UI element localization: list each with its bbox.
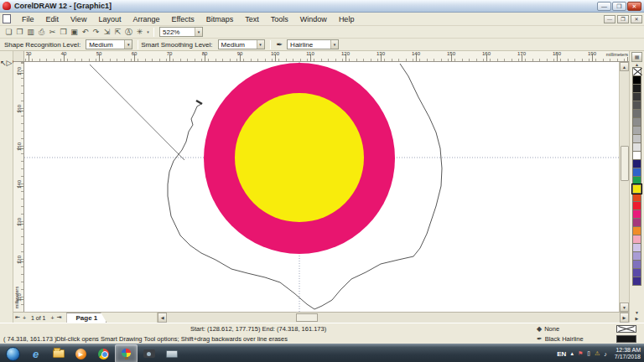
volume-icon[interactable]: ♪	[604, 351, 607, 357]
clock-date: 7/17/2018	[615, 354, 641, 360]
save-icon[interactable]: ▥	[25, 27, 36, 38]
windows-taskbar: e▶ EN ▴ ⚑ ▯ ⚠ ♪ 12:38 AM 7/17/2018	[0, 344, 644, 362]
printer-app-button[interactable]	[160, 344, 183, 362]
vertical-scroll-thumb[interactable]	[621, 146, 629, 181]
document-icon[interactable]	[3, 14, 11, 23]
menu-item[interactable]: Edit	[40, 14, 65, 24]
export-icon[interactable]: ⇱	[112, 27, 123, 38]
start-button[interactable]	[2, 344, 24, 362]
open-icon[interactable]: ❐	[14, 27, 25, 38]
application-launcher-icon[interactable]: Ⓐ	[123, 27, 134, 38]
smart-smoothing-arrow[interactable]: ▾	[257, 40, 264, 49]
toolbox: ↖▷⚲∿✎▭○▦◇A❖✑✒◧▨	[0, 51, 13, 323]
coreldraw-taskbar-button[interactable]	[115, 344, 138, 362]
doc-minimize-button[interactable]: —	[604, 15, 615, 23]
tray-up-arrow[interactable]: ▴	[570, 350, 574, 357]
photo-app-button[interactable]	[138, 344, 160, 362]
drawing-canvas[interactable]	[24, 62, 619, 312]
menu-item[interactable]: Bitmaps	[200, 14, 240, 24]
menu-item[interactable]: Text	[239, 14, 265, 24]
battery-icon[interactable]: ▯	[587, 350, 590, 357]
color-swatch[interactable]	[632, 184, 641, 194]
menu-item[interactable]: View	[65, 14, 92, 24]
smart-smoothing-value: Medium	[219, 41, 257, 49]
color-swatch[interactable]	[632, 277, 641, 286]
horizontal-scrollbar[interactable]: ◀ ▶	[157, 313, 629, 323]
shape-recognition-arrow[interactable]: ▾	[124, 40, 132, 49]
add-page-before-button[interactable]: +	[23, 315, 26, 321]
palette-expand-arrow[interactable]: ▶	[636, 316, 639, 322]
fill-status: ◆ None	[537, 325, 559, 333]
internet-explorer-icon[interactable]: e	[24, 344, 47, 362]
doc-restore-button[interactable]: ❐	[617, 15, 629, 23]
outline-width-value: Hairline	[288, 41, 330, 49]
standard-toolbar: ❏❐▥⎙✂❒▣↶↷⇲⇱Ⓐ✳ ▾ 522% ▾	[0, 26, 644, 39]
outline-width-combo[interactable]: Hairline ▾	[287, 39, 339, 49]
shape-recognition-combo[interactable]: Medium ▾	[86, 39, 132, 49]
cut-icon[interactable]: ✂	[47, 27, 58, 38]
tool-hint: Dbl-click opens Smart Drawing Tool optio…	[56, 335, 288, 343]
print-icon[interactable]: ⎙	[36, 27, 47, 38]
outline-status: ✒ Black Hairline	[537, 335, 584, 343]
zoom-level-combo[interactable]: 522% ▾	[159, 27, 203, 37]
scroll-up-arrow[interactable]: ▲	[620, 62, 629, 71]
scroll-right-arrow[interactable]: ▶	[620, 313, 629, 323]
doc-close-button[interactable]: ✕	[631, 15, 642, 23]
undo-icon[interactable]: ↶	[80, 27, 91, 38]
taskbar-clock[interactable]: 12:38 AM 7/17/2018	[611, 347, 641, 360]
menu-item[interactable]: Arrange	[127, 14, 165, 24]
window-title: CorelDRAW 12 - [Graphic1]	[14, 2, 596, 10]
redo-icon[interactable]: ↷	[91, 27, 101, 38]
palette-options-icon[interactable]: ▦	[631, 52, 642, 62]
last-page-button[interactable]: ⇥	[57, 314, 62, 321]
minimize-button[interactable]: —	[597, 2, 611, 11]
add-page-after-button[interactable]: +	[50, 315, 54, 321]
palette-swatches	[632, 68, 641, 286]
new-icon[interactable]: ❏	[3, 27, 14, 38]
network-warning-icon[interactable]: ⚠	[595, 350, 600, 357]
import-icon[interactable]: ⇲	[101, 27, 112, 38]
menu-item[interactable]: File	[16, 14, 40, 24]
start-end-coordinates: Start: (128.612, 177.715) End: (74.318, …	[190, 325, 326, 333]
zoom-combo-arrow[interactable]: ▾	[195, 28, 202, 36]
menu-item[interactable]: Window	[294, 14, 333, 24]
corel-online-icon[interactable]: ✳	[134, 27, 145, 38]
paste-icon[interactable]: ▣	[69, 27, 80, 38]
undo-dropdown-arrow[interactable]: ▾	[145, 29, 151, 34]
action-center-icon[interactable]: ⚑	[578, 350, 583, 357]
scroll-left-arrow[interactable]: ◀	[158, 313, 167, 323]
menu-item[interactable]: Tools	[265, 14, 294, 24]
page-tab[interactable]: Page 1	[66, 313, 106, 323]
close-button[interactable]: ✕	[627, 2, 641, 11]
first-page-button[interactable]: ⇤	[15, 314, 20, 321]
outline-width-arrow[interactable]: ▾	[330, 40, 338, 49]
vertical-ruler[interactable]: millimeters 170160150140130120110	[13, 62, 24, 312]
status-bar: Start: (128.612, 177.715) End: (74.318, …	[0, 323, 644, 344]
vertical-scrollbar[interactable]: ▲ ▼	[619, 62, 629, 312]
menu-item[interactable]: Layout	[92, 14, 127, 24]
smart-smoothing-combo[interactable]: Medium ▾	[218, 39, 265, 49]
horizontal-ruler[interactable]: millimeters 3040506070809010011012013014…	[24, 51, 629, 61]
diagonal-line[interactable]	[90, 65, 184, 160]
ruler-origin-corner[interactable]	[13, 51, 24, 61]
maximize-button[interactable]: ❐	[612, 2, 626, 11]
menu-item[interactable]: Help	[333, 14, 361, 24]
horizontal-scroll-thumb[interactable]	[296, 313, 318, 322]
language-indicator[interactable]: EN	[557, 350, 566, 358]
explorer-icon[interactable]	[47, 344, 70, 362]
menu-bar: FileEditViewLayoutArrangeEffectsBitmapsT…	[0, 13, 644, 26]
media-player-icon[interactable]: ▶	[70, 344, 92, 362]
palette-scroll-down-arrow[interactable]: ▼	[635, 310, 639, 316]
copy-icon[interactable]: ❒	[58, 27, 69, 38]
toolbar-icons: ❏❐▥⎙✂❒▣↶↷⇲⇱Ⓐ✳	[3, 27, 145, 38]
menu-item[interactable]: Effects	[165, 14, 200, 24]
ruler-unit-label: millimeters	[605, 52, 628, 57]
coreldraw-app-icon	[3, 2, 11, 10]
inner-circle[interactable]	[235, 93, 364, 222]
title-bar: CorelDRAW 12 - [Graphic1] — ❐ ✕	[0, 0, 644, 13]
outline-black-swatch	[616, 335, 636, 343]
chrome-icon[interactable]	[92, 344, 115, 362]
fill-none-swatch	[616, 325, 636, 333]
pick-tool[interactable]: ↖	[0, 59, 7, 67]
scroll-down-arrow[interactable]: ▼	[620, 303, 629, 312]
